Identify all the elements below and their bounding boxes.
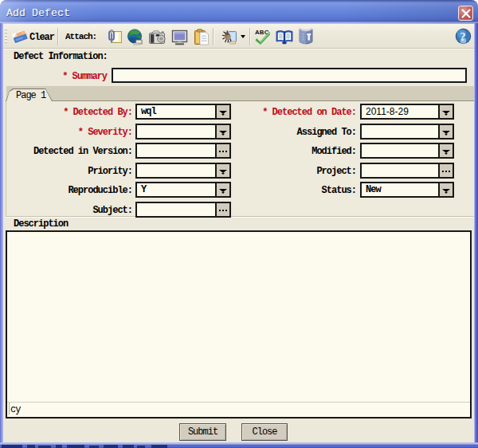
- svg-text:?: ?: [460, 31, 466, 43]
